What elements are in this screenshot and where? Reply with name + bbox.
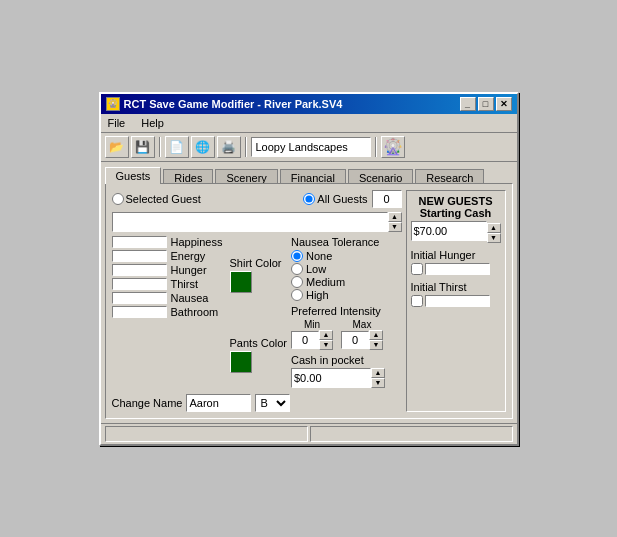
b-dropdown[interactable]: B: [255, 394, 290, 412]
name-input[interactable]: [186, 394, 251, 412]
content-inner: Selected Guest All Guests ▲ ▼: [112, 190, 506, 412]
guest-select-dropdown[interactable]: [112, 212, 388, 232]
initial-thirst-checkbox[interactable]: [411, 295, 423, 307]
menu-help[interactable]: Help: [138, 116, 167, 130]
main-window: 🎡 RCT Save Game Modifier - River Park.SV…: [99, 92, 519, 446]
change-name-label: Change Name: [112, 397, 183, 409]
minimize-button[interactable]: _: [460, 97, 476, 111]
intensity-max-col: Max ▲ ▼: [341, 319, 383, 350]
nausea-high-radio[interactable]: [291, 289, 303, 301]
initial-hunger-bar: [425, 263, 490, 275]
bathroom-bar: [112, 306, 167, 318]
cash-in-pocket-label: Cash in pocket: [291, 354, 385, 366]
all-guests-label: All Guests: [317, 193, 367, 205]
close-button[interactable]: ✕: [496, 97, 512, 111]
change-name-row: Change Name B: [112, 394, 402, 412]
statusbar: [101, 423, 517, 444]
pocket-down[interactable]: ▼: [371, 378, 385, 388]
initial-hunger-row: [411, 263, 501, 275]
new-guests-starting-cash-label: Starting Cash: [411, 207, 501, 219]
hunger-bar: [112, 264, 167, 276]
open-button[interactable]: 📂: [105, 136, 129, 158]
starting-cash-up[interactable]: ▲: [487, 223, 501, 233]
intensity-min-input[interactable]: [291, 331, 319, 349]
initial-hunger-checkbox[interactable]: [411, 263, 423, 275]
stat-happiness: Happiness: [112, 236, 226, 248]
nausea-low-row: Low: [291, 263, 385, 275]
status-panel-2: [310, 426, 513, 442]
selected-guest-radio-group: Selected Guest: [112, 193, 201, 205]
bathroom-label: Bathroom: [171, 306, 226, 318]
pants-color-section: Pants Color: [230, 337, 287, 373]
intensity-min-col: Min ▲ ▼: [291, 319, 333, 350]
energy-label: Energy: [171, 250, 226, 262]
pocket-spinner: ▲ ▼: [371, 368, 385, 388]
intensity-min-input-row: ▲ ▼: [291, 330, 333, 350]
nausea-high-row: High: [291, 289, 385, 301]
intensity-min-up[interactable]: ▲: [319, 330, 333, 340]
initial-thirst-bar: [425, 295, 490, 307]
nausea-low-label: Low: [306, 263, 326, 275]
title-buttons: _ □ ✕: [460, 97, 512, 111]
initial-hunger-label: Initial Hunger: [411, 249, 501, 261]
nausea-radio-group: None Low Medium: [291, 250, 385, 301]
spinner-down[interactable]: ▼: [388, 222, 402, 232]
nausea-medium-radio[interactable]: [291, 276, 303, 288]
ride-icon-button[interactable]: 🎡: [381, 136, 405, 158]
tab-guests[interactable]: Guests: [105, 167, 162, 184]
pants-color-label: Pants Color: [230, 337, 287, 349]
intensity-max-label: Max: [353, 319, 372, 330]
stats-column: Happiness Energy Hunger Thirst: [112, 236, 226, 390]
shirt-color-button[interactable]: [230, 271, 252, 293]
window-title: RCT Save Game Modifier - River Park.SV4: [124, 98, 343, 110]
shirt-color-section: Shirt Color: [230, 257, 287, 293]
nausea-medium-label: Medium: [306, 276, 345, 288]
status-panel-1: [105, 426, 308, 442]
pocket-up[interactable]: ▲: [371, 368, 385, 378]
toolbar: 📂 💾 📄 🌐 🖨️ 🎡: [101, 133, 517, 162]
new-button[interactable]: 📄: [165, 136, 189, 158]
intensity-row: Min ▲ ▼: [291, 319, 385, 350]
starting-cash-value: $70.00: [414, 225, 448, 237]
middle-section: Happiness Energy Hunger Thirst: [112, 236, 402, 390]
nausea-medium-row: Medium: [291, 276, 385, 288]
initial-thirst-section: Initial Thirst: [411, 281, 501, 307]
all-guests-radio-group: All Guests: [303, 193, 367, 205]
stat-thirst: Thirst: [112, 278, 226, 290]
nausea-label: Nausea: [171, 292, 226, 304]
intensity-max-input[interactable]: [341, 331, 369, 349]
menu-file[interactable]: File: [105, 116, 129, 130]
web-button[interactable]: 🌐: [191, 136, 215, 158]
pocket-input-row: $0.00 ▲ ▼: [291, 368, 385, 388]
selected-guest-radio[interactable]: [112, 193, 124, 205]
pocket-section: Cash in pocket $0.00 ▲ ▼: [291, 354, 385, 388]
guest-number-input[interactable]: [372, 190, 402, 208]
nausea-none-label: None: [306, 250, 332, 262]
scenario-dropdown[interactable]: [251, 137, 371, 157]
save-button[interactable]: 💾: [131, 136, 155, 158]
pants-color-button[interactable]: [230, 351, 252, 373]
starting-cash-down[interactable]: ▼: [487, 233, 501, 243]
title-bar: 🎡 RCT Save Game Modifier - River Park.SV…: [101, 94, 517, 114]
intensity-min-down[interactable]: ▼: [319, 340, 333, 350]
toolbar-separator-1: [159, 137, 161, 157]
print-button[interactable]: 🖨️: [217, 136, 241, 158]
colors-column: Shirt Color Pants Color: [230, 236, 287, 390]
intensity-max-up[interactable]: ▲: [369, 330, 383, 340]
pocket-value: $0.00: [294, 372, 368, 384]
main-content: Selected Guest All Guests ▲ ▼: [105, 183, 513, 419]
nausea-low-radio[interactable]: [291, 263, 303, 275]
app-icon: 🎡: [106, 97, 120, 111]
intensity-min-label: Min: [304, 319, 320, 330]
thirst-label: Thirst: [171, 278, 226, 290]
stat-nausea: Nausea: [112, 292, 226, 304]
spinner-up[interactable]: ▲: [388, 212, 402, 222]
intensity-min-spinner: ▲ ▼: [319, 330, 333, 350]
starting-cash-input: $70.00: [411, 221, 487, 241]
intensity-max-down[interactable]: ▼: [369, 340, 383, 350]
all-guests-radio[interactable]: [303, 193, 315, 205]
maximize-button[interactable]: □: [478, 97, 494, 111]
nausea-none-radio[interactable]: [291, 250, 303, 262]
guest-dropdown-row: ▲ ▼: [112, 212, 402, 232]
starting-cash-spinner: ▲ ▼: [487, 223, 501, 243]
